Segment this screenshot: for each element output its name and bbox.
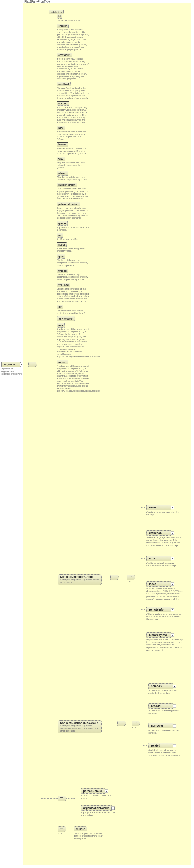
expand-icon[interactable]: + <box>171 506 174 509</box>
attribute-item: creatoruriIf the property value is not e… <box>56 53 90 80</box>
connector <box>41 12 48 13</box>
connector <box>41 798 58 799</box>
expand-icon[interactable]: + <box>171 633 174 637</box>
attribute-desc: Indicates by which means the value was e… <box>56 148 89 155</box>
attribute-name[interactable]: whyuri <box>56 171 68 176</box>
crg-choice[interactable] <box>131 720 140 726</box>
connector <box>126 723 131 724</box>
sequence-compositor[interactable] <box>28 362 37 367</box>
details-choice[interactable] <box>58 796 67 801</box>
facet-node[interactable]: facet+ <box>147 581 171 587</box>
expand-icon[interactable]: + <box>111 806 115 810</box>
expand-icon[interactable]: + <box>171 583 174 586</box>
any-other-box[interactable]: ##other <box>74 826 87 831</box>
connector <box>135 577 141 578</box>
connector <box>21 364 28 365</box>
broader-node[interactable]: broader+ <box>149 703 173 709</box>
node-label: organisationDetails <box>83 806 110 810</box>
choice-vline <box>75 791 76 807</box>
node-label: name <box>149 506 156 509</box>
attribute-desc: One or many constraints that apply to pu… <box>56 188 89 200</box>
name-node[interactable]: name+ <box>147 505 171 510</box>
cdg-seq[interactable] <box>110 575 119 580</box>
attribute-name[interactable]: xml:lang <box>56 283 70 287</box>
attribute-name[interactable]: pubconstrainturi <box>56 202 80 207</box>
attribute-item: typeuriThe type of the concept assigned … <box>56 269 90 281</box>
definition-node[interactable]: definition+ <box>147 530 171 536</box>
node-desc: A group of properties specific to an org… <box>81 811 117 816</box>
main-vline <box>41 12 42 829</box>
node-label: related <box>151 744 160 747</box>
attribute-name[interactable]: qcode <box>56 221 68 226</box>
attribute-name[interactable]: typeuri <box>56 269 69 273</box>
crg-seq[interactable] <box>117 720 126 726</box>
attribute-name[interactable]: any ##other <box>56 316 75 321</box>
cdg-label: ConceptDefinitionGroup <box>60 576 93 579</box>
attribute-name[interactable]: role <box>56 323 65 328</box>
expand-icon[interactable]: + <box>173 704 176 708</box>
connector <box>75 791 81 792</box>
expand-icon[interactable]: + <box>105 789 108 793</box>
remoteInfo-node[interactable]: remoteInfo+ <box>147 607 171 612</box>
attribute-name[interactable]: modified <box>56 82 71 87</box>
attribute-item: xml:langSpecifies the language of this p… <box>56 283 90 303</box>
attribute-name[interactable]: roleuri <box>56 360 68 364</box>
node-label: remoteInfo <box>149 608 164 611</box>
expand-icon[interactable]: + <box>171 557 174 560</box>
node-desc: A related concept, where the relationshi… <box>149 749 185 757</box>
attribute-name[interactable]: pubconstraint <box>56 183 77 187</box>
sameAs-node[interactable]: sameAs+ <box>149 683 173 689</box>
node-label: note <box>149 557 155 560</box>
expand-icon[interactable]: + <box>171 608 174 611</box>
narrower-node[interactable]: narrower+ <box>149 723 173 728</box>
attribute-name[interactable]: dir <box>56 305 63 309</box>
connector <box>140 723 143 724</box>
note-node[interactable]: note+ <box>147 556 171 561</box>
connector <box>106 723 117 724</box>
attribute-name[interactable]: howuri <box>56 142 69 147</box>
expand-icon[interactable]: + <box>173 685 176 688</box>
attributes-label[interactable]: attributes <box>49 10 64 14</box>
node-desc: A link to an item or a web resource whic… <box>147 613 183 621</box>
node-desc: A natural language name for the concept. <box>147 511 183 516</box>
attribute-name[interactable]: creatoruri <box>56 53 72 57</box>
connector <box>143 726 149 726</box>
expand-icon[interactable]: + <box>173 724 176 727</box>
attribute-desc: If the property value is not empty, spec… <box>56 29 89 51</box>
attribute-name[interactable]: creator <box>56 24 69 28</box>
related-node[interactable]: related+ <box>149 743 173 748</box>
concept-relationships-group[interactable]: ConceptRelationshipsGroup A group of pro… <box>58 720 102 733</box>
attribute-name[interactable]: why <box>56 157 65 161</box>
expand-icon[interactable]: + <box>173 744 176 747</box>
type-title: Flex1PartyPropType <box>24 0 50 3</box>
child-node: remoteInfo+A link to an item or a web re… <box>147 607 183 621</box>
hierarchyInfo-node[interactable]: hierarchyInfo+ <box>147 632 171 638</box>
attribute-item: qcodeA qualified code which identifies a… <box>56 221 90 231</box>
connector <box>143 686 149 686</box>
attribute-desc: The type of the concept assigned as cont… <box>56 274 89 281</box>
node-desc: A set of properties specific to a person <box>81 794 117 799</box>
connector <box>37 364 41 365</box>
attribute-name[interactable]: literal <box>56 243 67 247</box>
attribute-name[interactable]: how <box>56 126 65 130</box>
attribute-desc: A free-text value assigned as property v… <box>56 248 89 253</box>
personDetails-node[interactable]: personDetails+ <box>81 788 106 794</box>
child-node: sameAs+An identifier of a concept with e… <box>149 683 185 694</box>
attribute-name[interactable]: custom <box>56 101 69 106</box>
attribute-item: any ##other <box>56 316 90 321</box>
organiser-node[interactable]: organiser − <box>1 362 21 367</box>
cdg-choice[interactable] <box>127 575 135 580</box>
any-seq[interactable] <box>58 826 67 832</box>
organisationDetails-node[interactable]: organisationDetails+ <box>81 805 112 811</box>
node-label: sameAs <box>151 685 162 688</box>
expand-icon[interactable]: + <box>171 531 174 534</box>
crg-mult: 0..∞ <box>131 726 136 729</box>
connector <box>67 798 75 799</box>
attribute-name[interactable]: id <box>56 14 62 19</box>
attribute-name[interactable]: uri <box>56 233 63 238</box>
attribute-name[interactable]: type <box>56 254 65 258</box>
concept-definition-group[interactable]: ConceptDefinitionGroup A group of proper… <box>58 574 102 585</box>
attribute-desc: The date (and, optionally, the time) whe… <box>56 87 89 99</box>
attribute-item: modifiedThe date (and, optionally, the t… <box>56 82 90 99</box>
connector <box>143 745 149 746</box>
